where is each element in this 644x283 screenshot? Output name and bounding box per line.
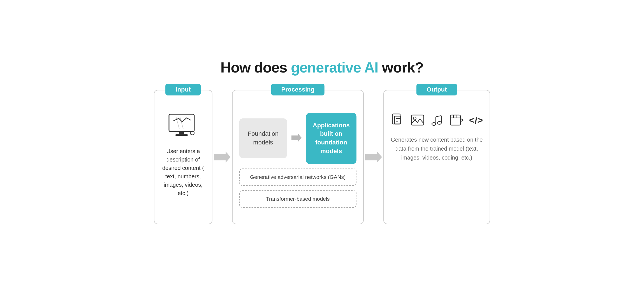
svg-point-20 (432, 123, 436, 125)
svg-rect-25 (450, 115, 460, 125)
page-title: How does generative AI work? (221, 59, 423, 76)
processing-label: Processing (271, 84, 325, 95)
arrow-input-processing (212, 151, 232, 163)
transformer-label: Transformer-based models (266, 196, 330, 202)
document-icon (391, 113, 405, 127)
output-icons: </> (391, 113, 483, 127)
svg-point-19 (413, 117, 416, 120)
svg-marker-11 (291, 134, 302, 142)
svg-rect-7 (179, 132, 184, 134)
image-icon (410, 113, 425, 127)
svg-point-21 (437, 121, 441, 124)
svg-rect-18 (411, 115, 424, 125)
applications-box: Applications built on foundation models (306, 113, 356, 164)
svg-rect-13 (392, 114, 400, 124)
arrow-processing-output (364, 151, 383, 163)
output-description: Generates new content based on the data … (391, 135, 483, 162)
video-icon (450, 113, 464, 127)
svg-marker-10 (214, 151, 231, 163)
input-description: User enters a description of desired con… (161, 147, 205, 197)
gans-label: Generative adversarial networks (GANs) (250, 174, 346, 180)
music-icon (430, 113, 444, 127)
gans-box: Generative adversarial networks (GANs) (239, 169, 356, 186)
foundation-models-label: Foundationmodels (248, 130, 279, 146)
svg-line-3 (182, 118, 187, 122)
title-suffix: work? (378, 59, 424, 76)
svg-marker-29 (460, 118, 463, 122)
processing-inner: Foundationmodels Applications built on f… (239, 113, 356, 208)
svg-line-4 (187, 118, 191, 120)
foundation-models-box: Foundationmodels (239, 118, 287, 158)
monitor-icon (168, 113, 198, 139)
svg-line-24 (436, 116, 441, 117)
small-arrow (291, 133, 302, 144)
title-highlight: generative AI (291, 59, 378, 76)
svg-rect-8 (175, 134, 188, 136)
processing-top-row: Foundationmodels Applications built on f… (239, 113, 356, 164)
applications-label: Applications built on foundation models (313, 122, 350, 155)
output-label: Output (416, 84, 457, 95)
svg-line-1 (174, 118, 179, 121)
input-label: Input (166, 84, 201, 95)
processing-section: Processing Foundationmodels Applications… (232, 90, 364, 224)
input-section: Input User enters a description of (154, 90, 212, 224)
svg-line-6 (180, 117, 183, 129)
title-prefix: How does (221, 59, 291, 76)
diagram: Input User enters a description of (154, 90, 490, 224)
svg-marker-12 (365, 151, 382, 163)
output-section: Output (383, 90, 490, 224)
transformer-box: Transformer-based models (239, 190, 356, 208)
code-icon: </> (469, 115, 483, 125)
